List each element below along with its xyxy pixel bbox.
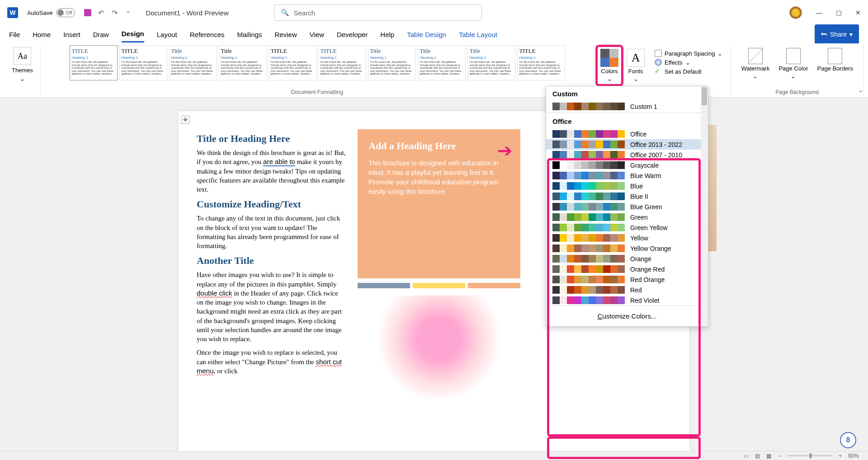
table-move-handle[interactable]: ✥ xyxy=(181,116,189,124)
page-color-icon xyxy=(786,48,801,64)
tab-table-layout[interactable]: Table Layout xyxy=(459,27,497,42)
share-button[interactable]: ⮪ Share ▾ xyxy=(815,24,859,44)
customize-colors-button[interactable]: Customize Colors... xyxy=(546,305,708,326)
style-gallery-item[interactable]: TITLEHeading 1On the Insert tab, the gal… xyxy=(70,45,118,80)
color-theme-yellow-orange[interactable]: Yellow Orange xyxy=(546,243,708,253)
zoom-level[interactable]: 90% xyxy=(848,453,859,459)
callout-heading[interactable]: Add a Heading Here xyxy=(368,140,509,152)
toggle-switch[interactable]: Off xyxy=(56,8,75,17)
style-gallery-item[interactable]: TITLEHeading 1On the Insert tab, the gal… xyxy=(517,45,565,80)
style-gallery-item[interactable]: TITLEHeading 1On the Insert tab, the gal… xyxy=(318,45,366,80)
doc-paragraph[interactable]: We think the design of this brochure is … xyxy=(197,148,346,194)
color-theme-red-orange[interactable]: Red Orange xyxy=(546,274,708,285)
chevron-down-icon: ⌄ xyxy=(633,75,638,82)
zoom-in-icon[interactable]: + xyxy=(839,453,842,459)
style-gallery-item[interactable]: TITLEHeading 1On the Insert tab, the gal… xyxy=(119,45,167,80)
view-focus-icon[interactable]: ▭ xyxy=(744,453,749,459)
document-title: Document1 - Word Preview xyxy=(146,9,228,17)
undo-icon[interactable]: ↶ xyxy=(97,9,105,17)
color-theme-green-yellow[interactable]: Green Yellow xyxy=(546,222,708,233)
themes-icon: Aa xyxy=(13,47,31,65)
qat-dropdown-icon[interactable]: ⁼ xyxy=(124,9,132,17)
color-theme-blue-green[interactable]: Blue Green xyxy=(546,202,708,212)
color-theme-blue-warm[interactable]: Blue Warm xyxy=(546,170,708,181)
watermark-button[interactable]: Watermark⌄ xyxy=(741,48,769,80)
doc-paragraph[interactable]: Have other images you wish to use? It is… xyxy=(197,270,346,343)
style-gallery-item[interactable]: TitleHeading 1On the Insert tab, the gal… xyxy=(467,45,515,80)
minimize-icon[interactable]: — xyxy=(816,9,822,16)
color-theme-green[interactable]: Green xyxy=(546,212,708,222)
save-icon[interactable] xyxy=(84,9,91,16)
style-gallery-item[interactable]: TitleHeading 1On the Insert tab, the gal… xyxy=(418,45,466,80)
callout-box[interactable]: Add a Heading Here This brochure is desi… xyxy=(358,129,520,278)
quick-access-toolbar: ↶ ↷ ⁼ xyxy=(84,9,132,17)
ribbon-collapse-icon[interactable]: ⌄ xyxy=(858,86,863,94)
color-theme-orange[interactable]: Orange xyxy=(546,253,708,264)
autosave-toggle[interactable]: AutoSave Off xyxy=(27,8,75,17)
notification-badge[interactable]: 8 xyxy=(840,432,856,448)
search-box[interactable]: 🔍 Search xyxy=(274,5,482,21)
maximize-icon[interactable]: ▢ xyxy=(836,9,842,16)
doc-heading-3[interactable]: Another Title xyxy=(197,255,346,267)
color-theme-custom1[interactable]: Custom 1 xyxy=(546,101,708,112)
tab-help[interactable]: Help xyxy=(380,27,394,42)
redo-icon[interactable]: ↷ xyxy=(110,9,118,17)
color-theme-yellow[interactable]: Yellow xyxy=(546,233,708,243)
color-theme-red[interactable]: Red xyxy=(546,285,708,295)
colors-icon xyxy=(600,49,618,67)
style-gallery[interactable]: TITLEHeading 1On the Insert tab, the gal… xyxy=(70,45,565,82)
page-borders-icon xyxy=(828,48,842,64)
effects-button[interactable]: Effects ⌄ xyxy=(655,59,722,66)
tab-home[interactable]: Home xyxy=(33,27,51,42)
doc-paragraph[interactable]: Once the image you wish to replace is se… xyxy=(197,348,346,376)
close-icon[interactable]: ✕ xyxy=(855,9,861,16)
view-print-icon[interactable]: ▤ xyxy=(755,453,760,459)
paragraph-spacing-button[interactable]: Paragraph Spacing ⌄ xyxy=(655,50,722,57)
color-theme-office-2013---2022[interactable]: Office 2013 - 2022 xyxy=(546,139,708,150)
zoom-slider[interactable] xyxy=(787,455,832,456)
chevron-down-icon: ▾ xyxy=(849,27,853,42)
tab-insert[interactable]: Insert xyxy=(63,27,80,42)
color-theme-office-2007---2010[interactable]: Office 2007 - 2010 xyxy=(546,150,708,160)
dropdown-section-custom: Custom xyxy=(546,86,708,101)
dropdown-section-office: Office xyxy=(546,114,708,129)
search-placeholder: Search xyxy=(294,9,316,17)
tab-file[interactable]: File xyxy=(9,27,20,42)
style-gallery-item[interactable]: TitleHeading 1On the Insert tab, the gal… xyxy=(169,45,217,80)
tab-layout[interactable]: Layout xyxy=(157,27,177,42)
user-avatar[interactable] xyxy=(789,6,802,19)
set-default-button[interactable]: ✓Set as Default xyxy=(655,68,722,75)
dropdown-scrollbar[interactable] xyxy=(701,86,708,326)
doc-heading-1[interactable]: Title or Heading Here xyxy=(197,133,346,145)
watermark-icon xyxy=(748,48,763,64)
color-theme-blue[interactable]: Blue xyxy=(546,181,708,191)
doc-heading-2[interactable]: Customize Heading/Text xyxy=(197,198,346,210)
chevron-down-icon: ⌄ xyxy=(791,73,796,80)
tab-review[interactable]: Review xyxy=(275,27,297,42)
fonts-button[interactable]: A Fonts ⌄ xyxy=(624,47,647,84)
tab-design[interactable]: Design xyxy=(122,26,144,42)
style-gallery-item[interactable]: TitleHeading 1On the Insert tab, the gal… xyxy=(219,45,267,80)
tab-table-design[interactable]: Table Design xyxy=(407,27,446,42)
themes-button[interactable]: Aa Themes ⌄ xyxy=(8,45,37,84)
tab-mailings[interactable]: Mailings xyxy=(237,27,262,42)
view-web-icon[interactable]: ▦ xyxy=(766,453,771,459)
tab-draw[interactable]: Draw xyxy=(93,27,109,42)
tab-developer[interactable]: Developer xyxy=(337,27,368,42)
style-gallery-item[interactable]: TitleHeading 1On the Insert tab, the gal… xyxy=(368,45,416,80)
tab-references[interactable]: References xyxy=(190,27,225,42)
color-theme-blue-ii[interactable]: Blue II xyxy=(546,191,708,202)
style-gallery-item[interactable]: TITLEHeading 1On the Insert tab, the gal… xyxy=(269,45,316,80)
colors-button[interactable]: Colors ⌄ xyxy=(598,47,621,84)
callout-text[interactable]: This brochure is designed with education… xyxy=(368,158,509,196)
doc-paragraph[interactable]: To change any of the text in this docume… xyxy=(197,214,346,250)
color-theme-office[interactable]: Office xyxy=(546,129,708,139)
color-theme-red-violet[interactable]: Red Violet xyxy=(546,295,708,305)
page-color-button[interactable]: Page Color⌄ xyxy=(778,48,808,80)
page-borders-button[interactable]: Page Borders xyxy=(817,48,854,80)
color-theme-grayscale[interactable]: Grayscale xyxy=(546,160,708,170)
color-theme-orange-red[interactable]: Orange Red xyxy=(546,264,708,274)
tab-view[interactable]: View xyxy=(310,27,324,42)
zoom-out-icon[interactable]: − xyxy=(778,453,781,459)
title-bar: W AutoSave Off ↶ ↷ ⁼ Document1 - Word Pr… xyxy=(0,0,868,25)
